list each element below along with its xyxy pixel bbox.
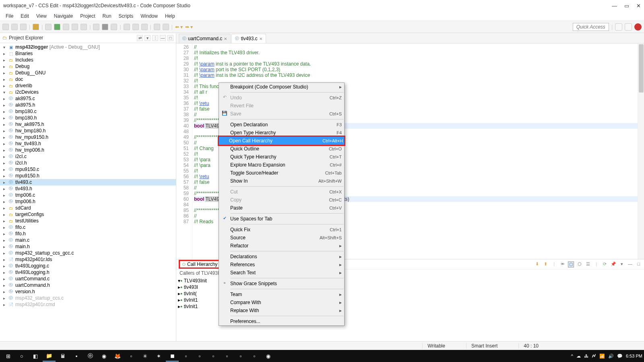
tree-item[interactable]: ▸🗀sdCard <box>0 205 176 211</box>
start-icon[interactable]: ⊞ <box>2 350 14 362</box>
forward-icon[interactable]: ➡ ▾ <box>185 24 193 30</box>
context-menu[interactable]: Breakpoint (Code Composer Studio)▸↶UndoC… <box>219 82 345 326</box>
toggle-icon[interactable] <box>124 24 130 30</box>
app9-icon[interactable]: ▫ <box>234 350 247 362</box>
down-arrow-icon[interactable]: ⬇ <box>534 261 540 267</box>
context-menu-item[interactable]: Breakpoint (Code Composer Studio)▸ <box>219 83 344 91</box>
context-menu-item[interactable]: ↶UndoCtrl+Z <box>219 94 344 102</box>
max-panel-icon[interactable]: □ <box>636 261 642 267</box>
menu-window[interactable]: Window <box>137 12 161 20</box>
editor-tab[interactable]: ⓒtlv493.c✕ <box>231 34 266 43</box>
context-menu-item[interactable]: Preferences... <box>219 317 344 325</box>
tree-item[interactable]: ▸ⓒtmp006.c <box>0 192 176 198</box>
tree-item[interactable]: ▸ⓗhw_tmp006.h <box>0 147 176 153</box>
tree-item[interactable]: ▸📄msp432p401r.lds <box>0 256 176 263</box>
stop-icon[interactable] <box>80 24 87 30</box>
windows-taskbar[interactable]: ⊞ ○ ◧ 📁 🖩 ▪ ⓔ ◉ 🦊 ▫ ✳ ✶ ◼ ▫ ▫ ▫ ▫ ▫ ▫ ◉ … <box>0 350 644 362</box>
context-menu-item[interactable]: PasteCtrl+V <box>219 204 344 212</box>
app3-icon[interactable]: ✶ <box>152 350 165 362</box>
app5-icon[interactable]: ▫ <box>180 350 192 362</box>
tree-item[interactable]: ▸ⓗhw_ak8975.h <box>0 121 176 128</box>
context-menu-item[interactable]: References▸ <box>219 261 344 269</box>
tree-item[interactable]: ▸ⓗfifo.h <box>0 230 176 237</box>
tree-item[interactable]: ▸ⓗuartCommand.h <box>0 282 176 288</box>
app10-icon[interactable]: ▫ <box>248 350 261 362</box>
perspective-debug-icon[interactable] <box>625 23 632 31</box>
context-menu-item[interactable]: ✔Use Spaces for Tab <box>219 215 344 223</box>
wrench-icon[interactable] <box>102 24 108 30</box>
vertical-scrollbar[interactable] <box>638 43 644 259</box>
tree-item[interactable]: ▸ⓗhw_tlv493.h <box>0 140 176 147</box>
min-panel-icon[interactable]: — <box>627 261 633 267</box>
step-icon[interactable] <box>63 24 69 30</box>
terminal-icon[interactable]: ▪ <box>70 350 83 362</box>
minimize-button[interactable]: — <box>612 3 617 9</box>
tree-item[interactable]: ▸ⓗhw_bmp180.h <box>0 128 176 134</box>
tree-item[interactable]: ▸⬚Binaries <box>0 50 176 57</box>
context-menu-item[interactable]: Toggle Source/HeaderCtrl+Tab <box>219 169 344 177</box>
new-icon[interactable] <box>2 24 9 30</box>
menu-file[interactable]: File <box>2 12 17 20</box>
tree-item[interactable]: ▸ⓗtlv493Logging.h <box>0 269 176 276</box>
context-menu-item[interactable]: SourceAlt+Shift+S <box>219 234 344 242</box>
menu-scripts[interactable]: Scripts <box>116 12 137 20</box>
app2-icon[interactable]: ✳ <box>138 350 151 362</box>
search-icon[interactable] <box>111 24 117 30</box>
tree-item[interactable]: ▸ⓗmain.h <box>0 243 176 250</box>
tray-up-icon[interactable]: ^ <box>571 354 573 358</box>
context-menu-item[interactable]: CopyCtrl+C <box>219 196 344 204</box>
taskview-icon[interactable]: ◧ <box>29 350 42 362</box>
tree-item[interactable]: ▸ⓗak8975.h <box>0 102 176 108</box>
tree-item[interactable]: ▸ⓗtlv493.h <box>0 185 176 192</box>
menu-view[interactable]: View <box>33 12 50 20</box>
close-button[interactable]: ✕ <box>636 3 641 9</box>
tree-item[interactable]: ▸ⓒuartCommand.c <box>0 276 176 282</box>
context-menu-item[interactable]: Replace With▸ <box>219 306 344 315</box>
app6-icon[interactable]: ▫ <box>193 350 206 362</box>
pause-icon[interactable] <box>72 24 78 30</box>
tray-net-icon[interactable]: 🖧 <box>584 354 588 358</box>
app8-icon[interactable]: ▫ <box>221 350 233 362</box>
context-menu-item[interactable]: Refactor▸ <box>219 242 344 250</box>
tree-item[interactable]: ▸ⓒi2cI.c <box>0 153 176 160</box>
save-icon[interactable] <box>11 24 18 30</box>
refresh-icon[interactable]: ⟳ <box>602 261 608 267</box>
clock[interactable]: 6:53 PM <box>626 354 642 358</box>
collapse-icon[interactable]: ▾ <box>144 35 151 41</box>
tree-item[interactable]: ▾🗀i2cDevices <box>0 89 176 95</box>
tree-item[interactable]: ▸🗀driverlib <box>0 82 176 89</box>
run-icon[interactable] <box>54 24 60 30</box>
edge-icon[interactable]: ⓔ <box>84 350 97 362</box>
layout-icon[interactable] <box>163 24 169 30</box>
context-menu-item[interactable]: Quick Type HierarchyCtrl+T <box>219 153 344 161</box>
context-menu-item[interactable]: Quick FixCtrl+1 <box>219 226 344 234</box>
perspective-ccs-icon[interactable] <box>615 23 622 31</box>
back-icon[interactable]: ⬅ ▾ <box>175 24 183 30</box>
context-menu-item[interactable]: Declarations▸ <box>219 253 344 261</box>
tree-item[interactable]: ▸ⓗmpu9150.h <box>0 173 176 179</box>
debug-icon[interactable] <box>45 24 52 30</box>
cortana-icon[interactable]: ○ <box>15 350 28 362</box>
maximize-button[interactable]: ▭ <box>624 3 629 9</box>
tree-item[interactable]: ▸📄msp432p401r.cmd <box>0 301 176 308</box>
context-menu-item[interactable]: Search Text▸ <box>219 269 344 277</box>
tree-item[interactable]: ▸🗀Includes <box>0 57 176 63</box>
editor-tab[interactable]: ⓒuartCommand.c✕ <box>179 34 231 43</box>
menu-edit[interactable]: Edit <box>17 12 32 20</box>
menu-run[interactable]: Run <box>99 12 115 20</box>
calc-icon[interactable]: 🖩 <box>56 350 69 362</box>
tray-notif-icon[interactable]: 💬 <box>617 354 623 359</box>
tree-item[interactable]: ▸ⓒak8975.c <box>0 95 176 102</box>
tool-icon[interactable] <box>93 24 99 30</box>
explorer-icon[interactable]: 📁 <box>43 350 56 362</box>
minimize-panel-icon[interactable]: — <box>160 35 166 41</box>
tree-item[interactable]: ▸ⓗbmp180.h <box>0 115 176 121</box>
tree-item[interactable]: ▸ⓒmsp432_startup_ccs_gcc.c <box>0 250 176 256</box>
context-menu-item[interactable]: Team▸ <box>219 290 344 298</box>
up-arrow-icon[interactable]: ⬆ <box>543 261 549 267</box>
context-menu-item[interactable]: ▫Show Grace Snippets <box>219 280 344 288</box>
project-root[interactable]: ▾▣msp432logger [Active - Debug__GNU] <box>0 44 176 50</box>
link-toggle-icon[interactable]: ⚮ <box>559 261 566 267</box>
editor-tabs[interactable]: ⓒuartCommand.c✕ⓒtlv493.c✕ <box>176 33 644 43</box>
tree-item[interactable]: ▸ⓒtlv493.c <box>0 179 176 185</box>
